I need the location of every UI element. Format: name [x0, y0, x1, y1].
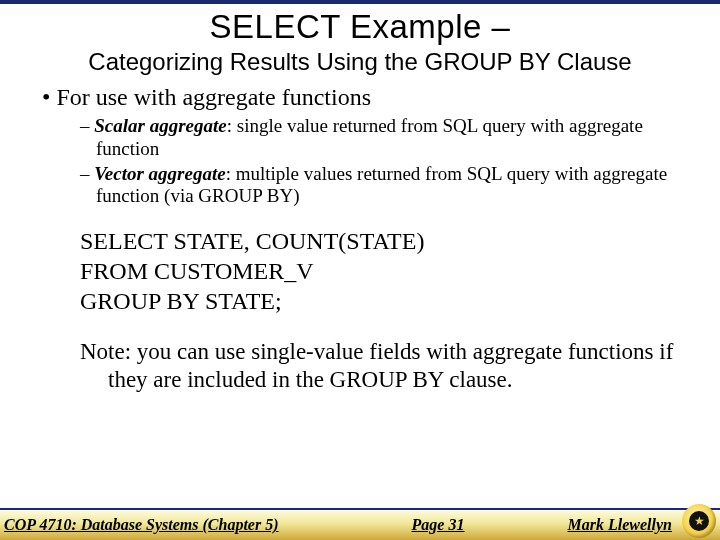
- bullet-main: For use with aggregate functions: [42, 84, 688, 111]
- sql-line: GROUP BY STATE;: [80, 286, 688, 316]
- term: Scalar aggregate: [94, 115, 226, 136]
- footer-author: Mark Llewellyn: [568, 516, 672, 534]
- sql-line: SELECT STATE, COUNT(STATE): [80, 226, 688, 256]
- slide-title-sub: Categorizing Results Using the GROUP BY …: [20, 48, 700, 76]
- footer-course: COP 4710: Database Systems (Chapter 5): [4, 516, 279, 534]
- sql-line: FROM CUSTOMER_V: [80, 256, 688, 286]
- slide-footer: COP 4710: Database Systems (Chapter 5) P…: [0, 508, 720, 540]
- sub-bullet-list: Scalar aggregate: single value returned …: [80, 115, 688, 208]
- footer-page: Page 31: [279, 516, 568, 534]
- sub-bullet: Scalar aggregate: single value returned …: [80, 115, 688, 161]
- ucf-logo-icon: ★: [682, 504, 716, 538]
- note-text: Note: you can use single-value fields wi…: [80, 338, 688, 393]
- sql-example: SELECT STATE, COUNT(STATE) FROM CUSTOMER…: [80, 226, 688, 316]
- slide-title-main: SELECT Example –: [20, 8, 700, 46]
- title-block: SELECT Example – Categorizing Results Us…: [0, 4, 720, 78]
- sub-bullet: Vector aggregate: multiple values return…: [80, 163, 688, 209]
- term: Vector aggregate: [94, 163, 225, 184]
- slide-body: For use with aggregate functions Scalar …: [0, 78, 720, 393]
